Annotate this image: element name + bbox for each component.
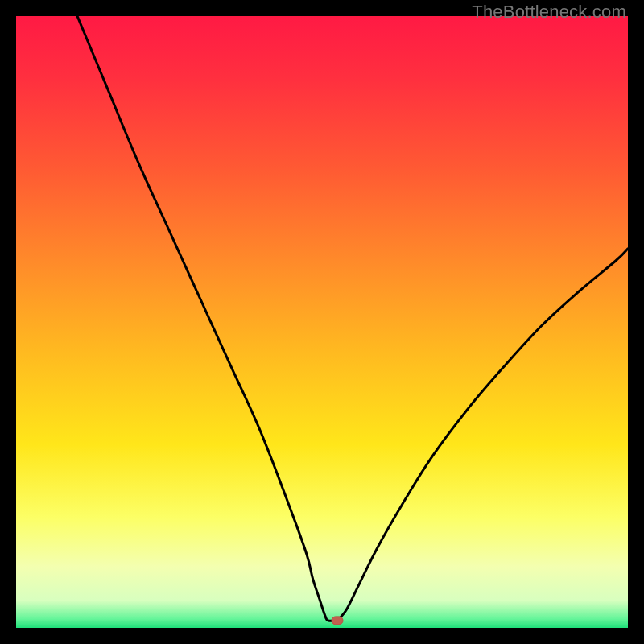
- bottleneck-chart: [16, 16, 628, 628]
- chart-frame: [16, 16, 628, 628]
- watermark-text: TheBottleneck.com: [472, 2, 626, 23]
- minimum-marker: [332, 617, 343, 625]
- gradient-background: [16, 16, 628, 628]
